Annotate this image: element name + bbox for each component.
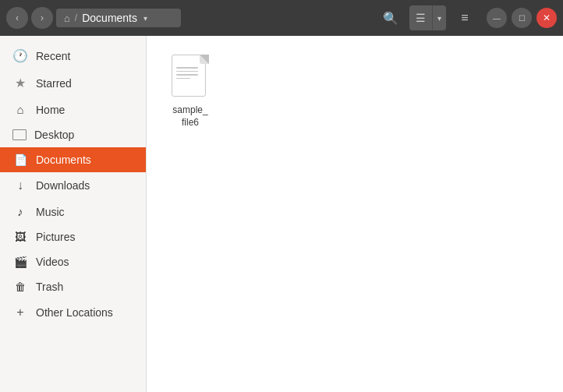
forward-icon: › [41, 12, 44, 23]
sidebar-item-pictures[interactable]: 🖼 Pictures [0, 224, 146, 249]
close-button[interactable]: ✕ [536, 8, 557, 28]
music-icon: ♪ [12, 205, 28, 218]
file-icon-fold [200, 55, 209, 64]
sidebar: 🕐 Recent ★ Starred ⌂ Home Desktop 📄 Docu… [0, 36, 147, 392]
sidebar-label-desktop: Desktop [34, 129, 74, 141]
close-icon: ✕ [543, 12, 551, 23]
breadcrumb-current: Documents [82, 12, 137, 24]
breadcrumb-dropdown-icon: ▾ [143, 14, 147, 23]
sidebar-label-home: Home [36, 104, 65, 116]
file-icon-lines [176, 67, 198, 81]
sidebar-item-music[interactable]: ♪ Music [0, 199, 146, 224]
forward-button[interactable]: › [31, 7, 53, 29]
sidebar-label-recent: Recent [36, 50, 70, 62]
maximize-icon: ☐ [519, 14, 526, 23]
other-locations-icon: + [12, 305, 28, 320]
main-area: 🕐 Recent ★ Starred ⌂ Home Desktop 📄 Docu… [0, 36, 563, 392]
search-button[interactable]: 🔍 [378, 5, 403, 30]
window-controls: — ☐ ✕ [487, 8, 557, 28]
sidebar-item-documents[interactable]: 📄 Documents [0, 147, 146, 172]
sidebar-item-other-locations[interactable]: + Other Locations [0, 299, 146, 326]
file-icon-line [176, 67, 198, 69]
sidebar-item-desktop[interactable]: Desktop [0, 122, 146, 147]
view-dropdown-icon: ▾ [437, 14, 441, 23]
home-icon: ⌂ [12, 103, 28, 116]
sidebar-label-pictures: Pictures [36, 231, 76, 243]
sidebar-label-videos: Videos [36, 256, 69, 268]
back-icon: ‹ [16, 12, 19, 23]
trash-icon: 🗑 [12, 281, 28, 293]
file-icon [172, 55, 209, 100]
list-item[interactable]: sample_file6 [159, 48, 221, 135]
view-list-icon: ☰ [416, 12, 426, 24]
sidebar-label-starred: Starred [36, 77, 72, 90]
sidebar-label-documents: Documents [36, 154, 91, 166]
file-name: sample_file6 [172, 104, 207, 129]
menu-icon: ≡ [461, 11, 468, 25]
menu-button[interactable]: ≡ [452, 5, 477, 30]
sidebar-item-videos[interactable]: 🎬 Videos [0, 249, 146, 274]
file-grid: sample_file6 [159, 48, 551, 135]
breadcrumb-separator: / [75, 12, 77, 23]
file-icon-line [176, 71, 198, 72]
sidebar-item-starred[interactable]: ★ Starred [0, 69, 146, 97]
sidebar-item-home[interactable]: ⌂ Home [0, 97, 146, 122]
maximize-button[interactable]: ☐ [512, 8, 532, 28]
breadcrumb: ⌂ / Documents ▾ [56, 9, 181, 27]
back-button[interactable]: ‹ [6, 7, 28, 29]
file-icon-line [176, 74, 198, 76]
file-icon-line [176, 78, 190, 79]
sidebar-item-trash[interactable]: 🗑 Trash [0, 274, 146, 299]
minimize-button[interactable]: — [487, 8, 507, 28]
sidebar-label-downloads: Downloads [36, 179, 90, 192]
sidebar-item-downloads[interactable]: ↓ Downloads [0, 172, 146, 199]
view-list-button[interactable]: ☰ [409, 5, 432, 30]
desktop-icon [12, 129, 27, 140]
view-dropdown-button[interactable]: ▾ [432, 5, 446, 30]
recent-icon: 🕐 [12, 48, 28, 63]
sidebar-label-other-locations: Other Locations [36, 306, 113, 319]
videos-icon: 🎬 [12, 256, 28, 268]
pictures-icon: 🖼 [12, 231, 28, 243]
breadcrumb-home-icon: ⌂ [64, 12, 70, 24]
sidebar-label-music: Music [36, 206, 65, 218]
starred-icon: ★ [12, 76, 28, 90]
downloads-icon: ↓ [12, 178, 28, 192]
file-area: sample_file6 [147, 36, 563, 392]
sidebar-item-recent[interactable]: 🕐 Recent [0, 42, 146, 69]
minimize-icon: — [493, 14, 501, 23]
search-icon: 🔍 [383, 11, 398, 26]
titlebar: ‹ › ⌂ / Documents ▾ 🔍 ☰ ▾ ≡ — ☐ ✕ [0, 0, 563, 36]
documents-icon: 📄 [12, 154, 28, 166]
sidebar-label-trash: Trash [36, 281, 63, 293]
